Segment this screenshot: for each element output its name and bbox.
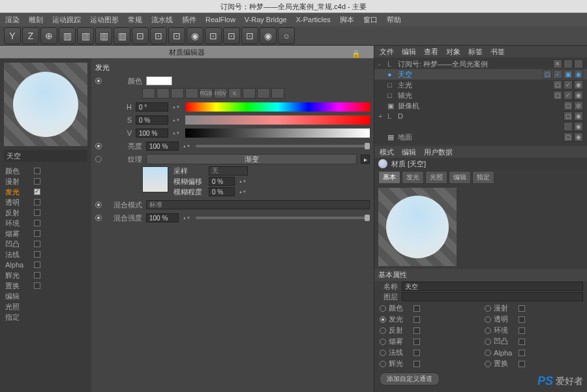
object-tag[interactable]: ✓ [564, 80, 573, 89]
channel-row[interactable]: 辉光 [0, 270, 91, 280]
toolbar-button[interactable]: ⊡ [150, 27, 167, 44]
toolbar-button[interactable]: ⊕ [40, 27, 57, 44]
menu-item[interactable]: 流水线 [151, 15, 173, 25]
channel-checkbox[interactable] [34, 178, 40, 185]
blendstr-radio[interactable] [95, 215, 102, 221]
channel-checkbox[interactable] [34, 230, 40, 237]
gradient-preview[interactable] [142, 166, 168, 192]
blendstr-slider[interactable] [196, 217, 370, 219]
channel-toggle[interactable]: Alpha [485, 348, 582, 357]
toolbar-button[interactable]: ○ [278, 27, 295, 44]
brightness-radio[interactable] [95, 143, 102, 149]
channel-checkbox[interactable] [34, 188, 40, 195]
om-menu-item[interactable]: 对象 [446, 47, 460, 57]
channel-row[interactable]: 法线 [0, 249, 91, 260]
toolbar-button[interactable]: ◉ [187, 27, 203, 44]
channel-row[interactable]: 发光 [0, 187, 91, 197]
object-tag[interactable]: ▢ [553, 80, 562, 89]
texture-button[interactable]: 渐变 [146, 154, 357, 164]
toolbar-button[interactable]: ▥ [77, 27, 94, 44]
texture-radio[interactable] [95, 156, 102, 162]
blendstr-input[interactable]: 100 % [146, 213, 179, 222]
color-mode-button[interactable] [171, 88, 184, 98]
color-radio[interactable] [95, 78, 102, 84]
object-tag[interactable]: ✓ [553, 70, 562, 79]
attr-tab[interactable]: 发光 [402, 171, 424, 184]
object-tag[interactable] [564, 59, 573, 68]
object-tag[interactable] [564, 122, 573, 131]
val-input[interactable]: 100 % [136, 128, 168, 138]
attribute-preview[interactable] [378, 188, 457, 266]
object-tag[interactable] [574, 59, 583, 68]
channel-row[interactable]: 透明 [0, 197, 91, 207]
toolbar-button[interactable]: ⊡ [223, 27, 240, 44]
menu-item[interactable]: 运动跟踪 [52, 15, 81, 25]
menu-item[interactable]: V-Ray Bridge [245, 16, 287, 23]
attr-tab[interactable]: 基本 [378, 171, 400, 184]
toolbar-button[interactable]: ▥ [95, 27, 112, 44]
brightness-input[interactable]: 100 % [146, 142, 179, 151]
toolbar-button[interactable]: ⊡ [205, 27, 222, 44]
channel-row[interactable]: Alpha [0, 260, 91, 270]
attr-tab[interactable]: 编辑 [449, 171, 471, 184]
channel-toggle[interactable]: 反射 [380, 325, 477, 335]
menu-item[interactable]: 脚本 [340, 15, 354, 25]
object-tag[interactable]: ◉ [574, 91, 583, 100]
toolbar-button[interactable]: ▥ [113, 27, 130, 44]
menu-item[interactable]: 雕刻 [29, 15, 43, 25]
channel-checkbox[interactable] [34, 199, 40, 205]
object-row[interactable]: ▦地面▢◉ [374, 132, 587, 142]
attr-tab[interactable]: 光照 [425, 171, 447, 184]
om-menu-item[interactable]: 编辑 [402, 47, 416, 57]
bluroffset-input[interactable]: 0 % [209, 177, 235, 186]
menu-item[interactable]: 常规 [128, 15, 142, 25]
channel-row[interactable]: 光照 [0, 301, 91, 312]
add-channel-button[interactable]: 添加自定义通道 [380, 372, 440, 385]
color-mode-button[interactable]: RGB [200, 88, 213, 98]
toolbar-button[interactable]: Z [22, 27, 39, 44]
channel-checkbox[interactable] [34, 241, 40, 247]
om-menu-item[interactable]: 文件 [380, 47, 394, 57]
channel-toggle[interactable]: 法线 [380, 348, 477, 357]
object-tag[interactable]: ◉ [574, 132, 583, 142]
color-mode-button[interactable] [257, 88, 270, 98]
hue-input[interactable]: 0 ° [136, 102, 168, 112]
hue-bar[interactable] [185, 102, 370, 112]
channel-row[interactable]: 颜色 [0, 166, 91, 176]
channel-row[interactable]: 置换 [0, 280, 91, 291]
toolbar-button[interactable]: ◉ [260, 27, 277, 44]
object-tag[interactable]: ▣ [564, 70, 573, 79]
object-tag[interactable]: ◉ [574, 112, 583, 121]
channel-row[interactable]: 凹凸 [0, 239, 91, 249]
sample-select[interactable]: 无 [209, 166, 248, 175]
channel-checkbox[interactable] [34, 168, 40, 174]
layer-input[interactable] [402, 292, 583, 301]
channel-row[interactable]: 反射 [0, 207, 91, 218]
menu-item[interactable]: 帮助 [387, 15, 401, 25]
object-tag[interactable]: ✓ [564, 91, 573, 100]
object-row[interactable]: ▣摄像机▢⊘ [374, 100, 587, 111]
om-menu-item[interactable]: 查看 [424, 47, 438, 57]
channel-row[interactable]: 编辑 [0, 291, 91, 301]
om-menu-item[interactable]: 书签 [490, 47, 505, 57]
channel-toggle[interactable]: 颜色 [380, 303, 477, 313]
color-mode-button[interactable] [185, 88, 198, 98]
object-tag[interactable]: ⊘ [574, 101, 583, 110]
toolbar-button[interactable]: Y [4, 27, 21, 44]
color-mode-button[interactable]: HSV [214, 88, 227, 98]
attr-menu-item[interactable]: 编辑 [402, 147, 416, 157]
blendmode-radio[interactable] [95, 202, 102, 208]
attr-menu-item[interactable]: 用户数据 [424, 147, 453, 157]
channel-toggle[interactable]: 发光 [380, 314, 477, 324]
object-tag[interactable]: ◉ [574, 122, 583, 131]
channel-checkbox[interactable] [34, 272, 40, 279]
object-row[interactable]: ●天空▢✓▣◉ [374, 69, 587, 80]
channel-row[interactable]: 指定 [0, 312, 91, 322]
channel-toggle[interactable]: 凹凸 [485, 337, 582, 346]
lock-icon[interactable]: 🔒 [352, 47, 361, 60]
menu-item[interactable]: 运动图形 [90, 15, 119, 25]
channel-checkbox[interactable] [34, 282, 40, 289]
blurscale-input[interactable]: 0 % [209, 187, 235, 196]
channel-checkbox[interactable] [34, 209, 40, 216]
channel-toggle[interactable]: 漫射 [485, 303, 582, 313]
